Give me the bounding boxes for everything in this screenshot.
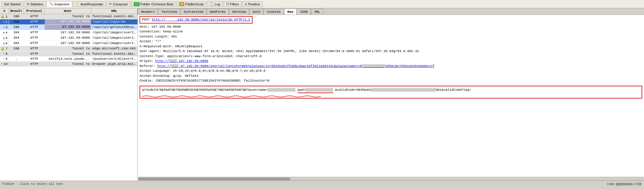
row-result: 304 <box>9 30 24 35</box>
table-row[interactable]: ↑9 - HTTP notify3.note.youda... /pushser… <box>0 57 137 62</box>
scrollbar-track <box>138 177 643 180</box>
inspectors-icon: 🔍 <box>49 2 53 6</box>
scrollbar-thumb[interactable] <box>139 178 290 180</box>
tab-auth[interactable]: Auth <box>249 9 264 15</box>
row-host: 97.192.59:9090 <box>45 25 91 30</box>
fiddler-orchestra-icon: FO <box>134 2 140 6</box>
tab-autoresponder[interactable]: ⚡ AutoResponder <box>73 1 106 7</box>
content-type-line: Content-Type: application/x-www-form-url… <box>140 54 261 58</box>
tab-timeline[interactable]: ≡ Timeline <box>242 1 263 7</box>
tab-syntaxview[interactable]: SyntaxView <box>180 9 207 15</box>
row-result: 304 <box>9 35 24 40</box>
main-container: # Result Protocol Host URL 🔒1 200 HTTP T… <box>0 8 644 181</box>
log-icon: 📋 <box>210 2 214 6</box>
row-num: ◆4 <box>0 30 9 35</box>
table-row[interactable]: ◆3 200 HTTP 97.192.59:9090 /zportal/goTo… <box>0 25 137 30</box>
row-protocol: HTTP <box>24 62 45 66</box>
horizontal-scrollbar[interactable] <box>138 176 644 181</box>
row-url: functional.events.data.mi... <box>91 14 138 19</box>
table-row[interactable]: ↑10 HTTP Tunnel to browser.pipe.aria.mic… <box>0 62 137 67</box>
row-protocol: HTTP <box>24 25 45 30</box>
referer-url[interactable]: http:// .97.192.59:9090/zportal/loginFor… <box>157 64 434 68</box>
col-header-protocol: Protocol <box>24 8 45 14</box>
table-row[interactable]: ↑8 HTTP Tunnel to functional.events.data… <box>0 51 137 57</box>
row-num: ◆3 <box>0 25 9 30</box>
row-result: 304 <box>9 41 24 46</box>
wavy-underline-decoration <box>142 95 321 98</box>
tab-headers[interactable]: Headers <box>138 9 158 15</box>
row-url: /zportal/images/userIf/pa... <box>91 41 138 46</box>
row-protocol: HTTP <box>24 57 45 61</box>
row-url: /zportal/images/userIf/cg... <box>91 30 138 35</box>
table-row[interactable]: 🔒7 200 HTTP Tunnel to edge.microsoft.com… <box>0 46 137 51</box>
table-row[interactable]: ◆4 304 HTTP 197.192.59:9090 /zportal/ima… <box>0 30 137 35</box>
row-result: 200 <box>9 25 24 30</box>
row-host: Tunnel to <box>45 51 91 56</box>
request-area: POST http:// .192.59:9090/zportal/login/… <box>138 15 644 181</box>
tab-composer[interactable]: ✏ Composer <box>106 1 131 7</box>
http-content[interactable]: POST http:// .192.59:9090/zportal/login/… <box>138 15 644 176</box>
tab-get-started[interactable]: Get Started <box>1 1 23 7</box>
col-header-url: URL <box>91 8 138 14</box>
diamond-icon: ◆ <box>3 31 5 35</box>
row-host: Tunnel to <box>45 46 91 51</box>
row-host: 197.192.59:9090 <box>45 30 91 35</box>
accept-line: Accept: */* <box>140 40 161 43</box>
request-url[interactable]: http:// .192.59:9090/zportal/login/do HT… <box>152 18 250 21</box>
lock-icon: 🔒 <box>1 15 5 18</box>
row-protocol: HTTP <box>24 19 45 24</box>
tab-json[interactable]: JSON <box>297 9 311 15</box>
tab-textview[interactable]: TextView <box>158 9 180 15</box>
row-url: /zportal/login/do <box>91 19 138 24</box>
row-result: - <box>9 57 24 61</box>
status-bar: Fiddler - Click to select all text CSDN … <box>0 181 644 187</box>
row-protocol: HTTP <box>24 41 45 46</box>
tab-filters[interactable]: ☐ Filters <box>224 1 242 7</box>
table-row[interactable]: ◆5 304 HTTP 197.192.59:9090 /zportal/ima… <box>0 35 137 41</box>
tab-fiddler-orchestra[interactable]: FO Fiddler Orchestra Beta <box>131 1 176 7</box>
row-url: edge.microsoft.com:443 <box>91 46 138 51</box>
diamond-icon: ◆ <box>3 20 5 24</box>
row-host: 197.192.59:9090 <box>45 35 91 40</box>
tab-raw[interactable]: Raw <box>284 9 297 15</box>
accept-encoding-line: Accept-Encoding: gzip, deflate <box>140 74 199 78</box>
row-num: ↑9 <box>0 57 9 61</box>
origin-url[interactable]: http:// .197.192.59:9090 <box>155 59 208 63</box>
row-num: ↑10 <box>0 62 9 66</box>
row-result: 200 <box>9 46 24 51</box>
col-header-num: # <box>0 8 9 14</box>
row-num: 🔒7 <box>0 46 9 51</box>
tab-webforms[interactable]: WebForms <box>207 9 229 15</box>
tab-xml[interactable]: XML <box>311 9 323 15</box>
row-num: ◆5 <box>0 35 9 40</box>
row-host: Tunnel to <box>45 62 91 66</box>
tab-hexview[interactable]: HexView <box>229 9 249 15</box>
connection-line: Connection: keep-alive <box>140 30 183 33</box>
row-result <box>9 62 24 66</box>
lock-icon: 🔒 <box>1 47 5 51</box>
autoresponder-icon: ⚡ <box>75 2 80 6</box>
col-header-result: Result <box>9 8 24 14</box>
table-row[interactable]: ◆2 200 HTTP 197.192.59:9090 /zportal/log… <box>0 19 137 25</box>
tab-cookies[interactable]: Cookies <box>264 9 284 15</box>
row-result: 200 <box>9 14 24 19</box>
row-num: ◆2 <box>0 19 9 24</box>
diamond-icon: ◆ <box>3 36 5 40</box>
top-toolbar: Get Started ⊙ Statistics 🔍 Inspectors ⚡ … <box>0 0 644 8</box>
timeline-icon: ≡ <box>245 2 247 6</box>
cookie-line: Cookie: JSESSIONID=CF03F3A36517738E1D437… <box>140 79 270 82</box>
content-length-line: Content-Length: 491 <box>140 35 177 38</box>
tab-inspectors[interactable]: 🔍 Inspectors <box>47 1 72 7</box>
origin-label: Origin: <box>140 59 155 63</box>
fiddlerscript-icon: JS <box>179 2 184 6</box>
tab-statistics[interactable]: ⊙ Statistics <box>24 1 46 7</box>
tab-fiddlerscript[interactable]: JS FiddlerScript <box>177 1 206 7</box>
composer-icon: ✏ <box>109 2 112 6</box>
referer-label: Referer: <box>140 64 157 68</box>
table-row[interactable]: 🔒1 200 HTTP Tunnel to functional.events.… <box>0 14 137 19</box>
table-row[interactable]: ◆6 304 HTTP 197.192.59:9090 /zportal/ima… <box>0 41 137 46</box>
sessions-header: # Result Protocol Host URL <box>0 8 137 14</box>
tab-log[interactable]: 📋 Log <box>207 1 223 7</box>
host-line: Host: 197.192.59:9090 <box>140 25 181 29</box>
watermark: CSDN @嗷嗷锤锤你小可爱 <box>607 182 642 186</box>
